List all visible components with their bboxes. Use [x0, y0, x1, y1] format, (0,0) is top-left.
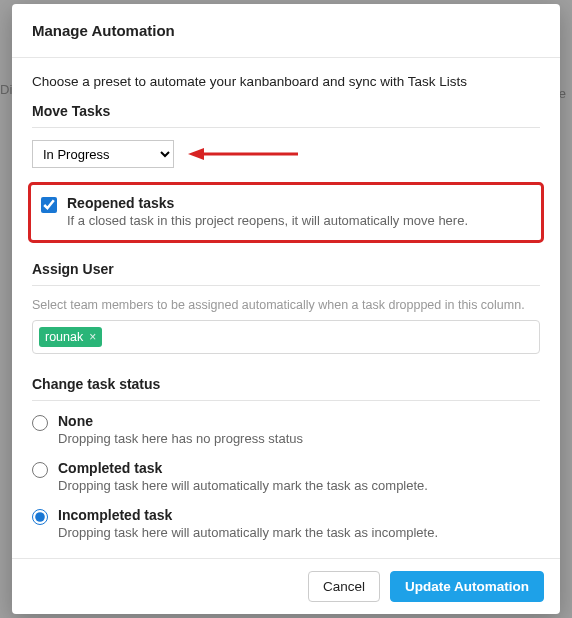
user-tag-label: rounak: [45, 330, 83, 344]
divider: [32, 285, 540, 286]
divider: [32, 127, 540, 128]
status-label: None: [58, 413, 303, 429]
user-tag: rounak ×: [39, 327, 102, 347]
change-status-title: Change task status: [32, 376, 540, 392]
bg-text-left: Di: [0, 82, 12, 97]
status-radio-none[interactable]: [32, 415, 48, 431]
status-label: Incompleted task: [58, 507, 438, 523]
manage-automation-modal: Manage Automation Choose a preset to aut…: [12, 4, 560, 614]
status-label: Completed task: [58, 460, 428, 476]
intro-text: Choose a preset to automate your kanbanb…: [32, 74, 540, 89]
move-tasks-title: Move Tasks: [32, 103, 540, 119]
status-radio-completed[interactable]: [32, 462, 48, 478]
status-desc: Dropping task here has no progress statu…: [58, 431, 303, 446]
remove-tag-icon[interactable]: ×: [89, 330, 96, 344]
reopened-checkbox[interactable]: [41, 197, 57, 213]
modal-title: Manage Automation: [32, 22, 540, 39]
assign-hint: Select team members to be assigned autom…: [32, 298, 540, 312]
annotation-arrow-icon: [188, 145, 298, 163]
status-option-completed[interactable]: Completed task Dropping task here will a…: [32, 460, 540, 493]
cancel-button[interactable]: Cancel: [308, 571, 380, 602]
status-radio-group: None Dropping task here has no progress …: [32, 413, 540, 540]
status-option-incompleted[interactable]: Incompleted task Dropping task here will…: [32, 507, 540, 540]
status-desc: Dropping task here will automatically ma…: [58, 478, 428, 493]
move-tasks-select[interactable]: In Progress: [32, 140, 174, 168]
move-select-row: In Progress: [32, 140, 540, 168]
status-desc: Dropping task here will automatically ma…: [58, 525, 438, 540]
status-option-none[interactable]: None Dropping task here has no progress …: [32, 413, 540, 446]
reopened-checkbox-row[interactable]: Reopened tasks If a closed task in this …: [41, 195, 531, 228]
reopened-desc: If a closed task in this project reopens…: [67, 213, 468, 228]
modal-header: Manage Automation: [12, 4, 560, 58]
reopened-label: Reopened tasks: [67, 195, 468, 211]
status-radio-incompleted[interactable]: [32, 509, 48, 525]
modal-footer: Cancel Update Automation: [12, 558, 560, 614]
divider: [32, 400, 540, 401]
assign-user-input[interactable]: rounak ×: [32, 320, 540, 354]
update-automation-button[interactable]: Update Automation: [390, 571, 544, 602]
modal-body: Choose a preset to automate your kanbanb…: [12, 58, 560, 558]
reopened-highlight-box: Reopened tasks If a closed task in this …: [28, 182, 544, 243]
assign-user-title: Assign User: [32, 261, 540, 277]
svg-marker-1: [188, 148, 204, 160]
